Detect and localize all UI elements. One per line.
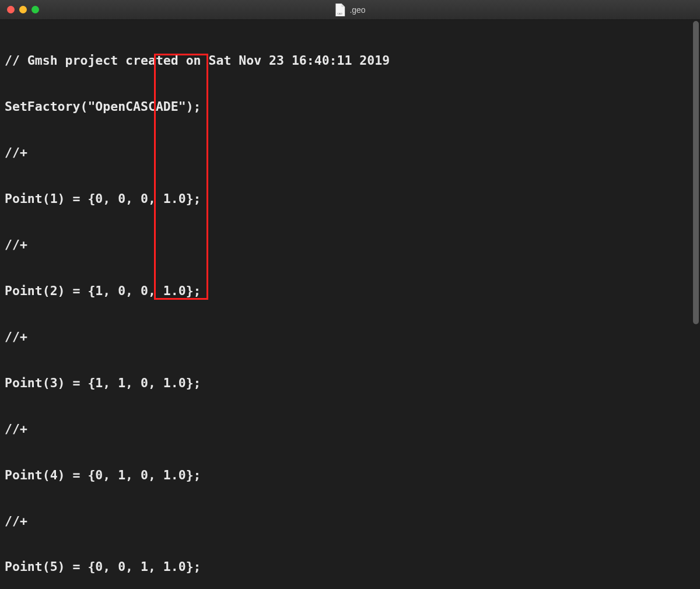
scrollbar-track[interactable] xyxy=(692,20,700,589)
annotation-highlight-box xyxy=(154,54,208,300)
close-button[interactable] xyxy=(7,6,15,13)
traffic-lights xyxy=(7,6,39,13)
minimize-button[interactable] xyxy=(19,6,27,13)
code-line: Point(4) = {0, 1, 0, 1.0}; xyxy=(5,468,695,483)
code-line: SetFactory("OpenCASCADE"); xyxy=(5,99,695,114)
code-line: //+ xyxy=(5,237,695,253)
svg-text:CAD: CAD xyxy=(337,12,342,15)
code-editor[interactable]: // Gmsh project created on Sat Nov 23 16… xyxy=(0,20,700,589)
code-line: //+ xyxy=(5,514,695,529)
code-line: Point(1) = {0, 0, 0, 1.0}; xyxy=(5,191,695,206)
maximize-button[interactable] xyxy=(32,6,39,13)
code-line: // Gmsh project created on Sat Nov 23 16… xyxy=(5,53,695,68)
code-line: Point(2) = {1, 0, 0, 1.0}; xyxy=(5,283,695,299)
window-title: .geo xyxy=(349,5,365,15)
scrollbar-thumb[interactable] xyxy=(693,21,699,324)
code-line: Point(5) = {0, 0, 1, 1.0}; xyxy=(5,559,695,574)
code-line: Point(3) = {1, 1, 0, 1.0}; xyxy=(5,376,695,391)
window-titlebar: CAD .geo xyxy=(0,0,700,20)
code-line: //+ xyxy=(5,422,695,437)
code-line: //+ xyxy=(5,329,695,345)
window-title-area: CAD .geo xyxy=(334,3,365,16)
file-icon: CAD xyxy=(334,3,345,16)
code-line: //+ xyxy=(5,145,695,160)
